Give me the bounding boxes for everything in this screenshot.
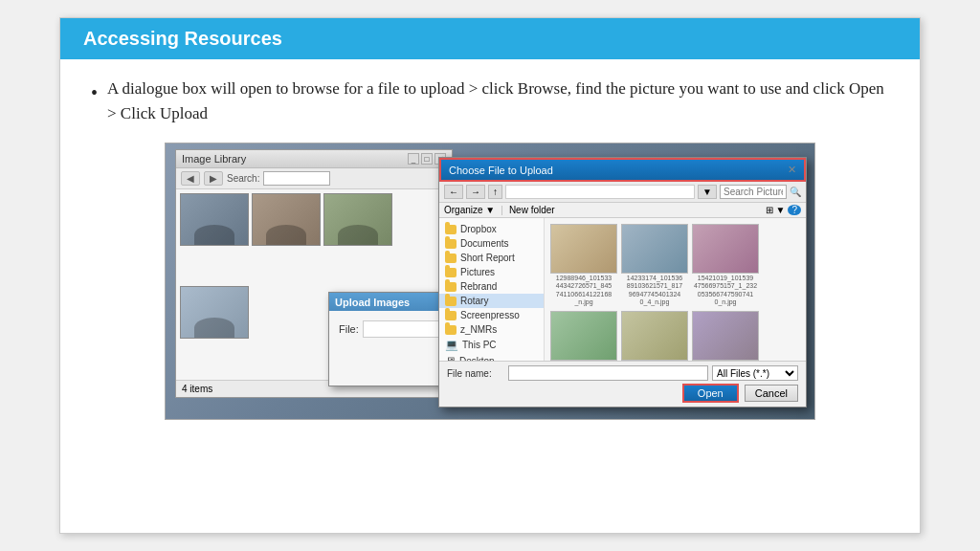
choose-file-nav: ← → ↑ « Rotary > Pictures ▼ 🔍 bbox=[439, 182, 806, 203]
photo-item-2[interactable]: 14233174_10153689103621571_8179694774540… bbox=[621, 224, 688, 307]
cancel-btn[interactable]: Cancel bbox=[745, 385, 798, 402]
open-btn[interactable]: Open bbox=[682, 384, 739, 403]
sidebar-short-report[interactable]: Short Report bbox=[439, 251, 544, 265]
photo-thumb-3[interactable] bbox=[692, 224, 759, 274]
bullet-dot: • bbox=[91, 78, 98, 107]
nav-up[interactable]: ↑ bbox=[488, 185, 502, 199]
image-thumb-2[interactable] bbox=[252, 193, 321, 246]
folder-icon bbox=[445, 253, 457, 263]
folder-icon bbox=[445, 297, 457, 306]
photo-thumb-6[interactable] bbox=[692, 311, 759, 361]
folder-icon bbox=[445, 311, 457, 320]
image-library-title: Image Library bbox=[182, 153, 246, 165]
photo-thumb-2[interactable] bbox=[621, 224, 688, 274]
choose-main: Dropbox Documents Short Report bbox=[439, 218, 806, 361]
sidebar-desktop[interactable]: 🖥 Desktop bbox=[439, 353, 544, 361]
slide: Accessing Resources • A dialogue box wil… bbox=[59, 17, 921, 534]
slide-title: Accessing Resources bbox=[83, 28, 897, 50]
maximize-btn[interactable]: □ bbox=[421, 153, 433, 165]
nav-back[interactable]: ← bbox=[444, 185, 463, 199]
bullet-point: • A dialogue box will open to browse for… bbox=[91, 77, 889, 125]
image-thumb-1[interactable] bbox=[180, 193, 249, 246]
nav-back-btn[interactable]: ◀ bbox=[181, 171, 200, 186]
sidebar-screenpresso[interactable]: Screenpresso bbox=[439, 308, 544, 322]
folder-icon bbox=[445, 225, 457, 234]
path-input[interactable]: « Rotary > Pictures bbox=[505, 185, 695, 199]
upload-file-label: File: bbox=[339, 323, 359, 335]
photo-item-3[interactable]: 15421019_10153947566975157_1_23205356674… bbox=[692, 224, 759, 307]
new-folder-btn[interactable]: New folder bbox=[509, 205, 555, 215]
sidebar-documents-label: Documents bbox=[460, 238, 509, 249]
image-thumb-3[interactable] bbox=[323, 193, 392, 246]
search-icon[interactable]: 🔍 bbox=[790, 187, 801, 197]
photo-thumb-4[interactable] bbox=[550, 311, 617, 361]
sidebar-pictures[interactable]: Pictures bbox=[439, 265, 544, 279]
path-dropdown[interactable]: ▼ bbox=[698, 185, 717, 199]
search-label: Search: bbox=[227, 173, 259, 184]
sidebar-pictures-label: Pictures bbox=[460, 267, 495, 277]
choose-content: 12988946_10153344342726571_8457411066141… bbox=[545, 218, 806, 361]
choose-sidebar: Dropbox Documents Short Report bbox=[439, 218, 545, 361]
sidebar-znmrs-label: z_NMRs bbox=[460, 324, 497, 335]
sidebar-this-pc[interactable]: 💻 This PC bbox=[439, 337, 544, 353]
filetype-select[interactable]: All Files (*.*) bbox=[712, 365, 798, 381]
photo-caption-2: 14233174_10153689103621571_8179694774540… bbox=[627, 275, 682, 307]
photo-thumb-1[interactable] bbox=[550, 224, 617, 274]
choose-file-titlebar: Choose File to Upload ✕ bbox=[439, 158, 806, 182]
screenshot-wrapper: Image Library _ □ ✕ ◀ ▶ Search: bbox=[165, 143, 815, 420]
choose-toolbar: Organize ▼ | New folder ⊞ ▼ ? bbox=[439, 203, 806, 218]
photo-item-4[interactable] bbox=[550, 311, 617, 361]
nav-forward-btn[interactable]: ▶ bbox=[204, 171, 223, 186]
upload-dialog-title: Upload Images bbox=[335, 297, 410, 308]
organize-btn[interactable]: Organize ▼ bbox=[444, 205, 495, 215]
photo-thumb-5[interactable] bbox=[621, 311, 688, 361]
sidebar-this-pc-label: This PC bbox=[462, 340, 497, 350]
sidebar-documents[interactable]: Documents bbox=[439, 236, 544, 251]
photo-item-1[interactable]: 12988946_10153344342726571_8457411066141… bbox=[550, 224, 617, 307]
filename-input[interactable] bbox=[508, 365, 708, 381]
photo-caption-1: 12988946_10153344342726571_8457411066141… bbox=[556, 275, 612, 307]
nav-forward[interactable]: → bbox=[466, 185, 485, 199]
sidebar-rotary[interactable]: Rotary bbox=[439, 294, 544, 308]
choose-file-dialog[interactable]: Choose File to Upload ✕ ← → ↑ « Rotary >… bbox=[438, 157, 807, 408]
sidebar-screenpresso-label: Screenpresso bbox=[460, 310, 520, 320]
sidebar-dropbox-label: Dropbox bbox=[460, 224, 497, 234]
pictures-search-input[interactable] bbox=[720, 185, 787, 199]
sidebar-short-report-label: Short Report bbox=[460, 253, 515, 263]
slide-body: • A dialogue box will open to browse for… bbox=[60, 59, 920, 533]
slide-header: Accessing Resources bbox=[60, 18, 920, 59]
screenshot-container: Image Library _ □ ✕ ◀ ▶ Search: bbox=[91, 143, 889, 420]
folder-icon bbox=[445, 282, 457, 292]
photo-item-6[interactable] bbox=[692, 311, 759, 361]
choose-footer: File name: All Files (*.*) Open Cancel bbox=[439, 361, 806, 407]
image-library-titlebar: Image Library _ □ ✕ bbox=[176, 150, 452, 168]
folder-icon bbox=[445, 268, 457, 277]
sidebar-rebrand[interactable]: Rebrand bbox=[439, 279, 544, 294]
sidebar-rebrand-label: Rebrand bbox=[460, 281, 497, 292]
photo-item-5[interactable] bbox=[621, 311, 688, 361]
filename-row: File name: All Files (*.*) bbox=[447, 365, 798, 381]
footer-buttons: Open Cancel bbox=[447, 384, 798, 403]
folder-icon bbox=[445, 325, 457, 335]
choose-file-close-btn[interactable]: ✕ bbox=[788, 164, 796, 176]
sidebar-rotary-label: Rotary bbox=[460, 296, 488, 306]
image-thumb-4[interactable] bbox=[180, 286, 249, 339]
choose-file-title: Choose File to Upload bbox=[449, 165, 553, 176]
sidebar-dropbox[interactable]: Dropbox bbox=[439, 222, 544, 236]
help-btn[interactable]: ? bbox=[788, 205, 801, 215]
photo-caption-3: 15421019_10153947566975157_1_23205356674… bbox=[694, 275, 757, 307]
view-options[interactable]: ⊞ ▼ bbox=[766, 205, 786, 215]
search-input[interactable] bbox=[263, 171, 330, 186]
folder-icon bbox=[445, 239, 457, 249]
bullet-text: A dialogue box will open to browse for a… bbox=[107, 77, 889, 125]
items-count: 4 items bbox=[182, 384, 212, 394]
filename-label: File name: bbox=[447, 368, 504, 379]
minimize-btn[interactable]: _ bbox=[408, 153, 419, 165]
sidebar-znmrs[interactable]: z_NMRs bbox=[439, 322, 544, 337]
image-library-nav: ◀ ▶ Search: bbox=[176, 168, 452, 189]
